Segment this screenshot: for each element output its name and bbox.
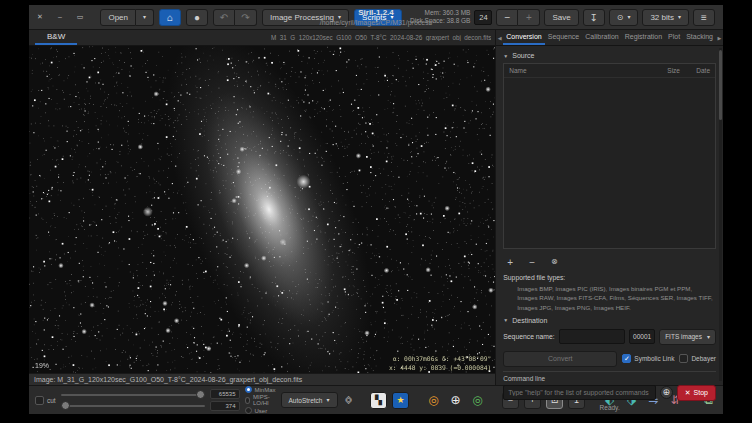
photometry-button[interactable]: ◎ [469,392,486,409]
column-size[interactable]: Size [652,67,680,74]
supported-types-title: Supported file types: [503,274,716,281]
sequence-number-box[interactable]: 00001 [629,329,655,344]
snapshot-button[interactable]: ⊙▾ [609,9,639,26]
scripts-menu[interactable]: Scripts▾ [354,9,401,26]
tab-stacking[interactable]: Stacking [683,30,716,45]
redo-icon: ↷ [241,12,249,23]
tabs-scroll-right-icon[interactable]: ▶ [716,30,723,45]
image-canvas[interactable] [29,46,495,373]
image-status-bar: Image: M_31_G_120x120sec_G100_O50_T-8°C_… [29,373,495,385]
destination-expander[interactable]: ▼ Destination [503,317,716,324]
astrometry-button[interactable]: ⊕ [447,392,464,409]
debayer-checkbox[interactable]: Debayer [679,354,716,363]
convert-button[interactable]: Convert [503,351,617,367]
home-icon: ⌂ [167,12,173,23]
command-line-section: Command line ⊕ ✕ Stop Ready. [503,371,716,411]
radio-minmax[interactable]: MinMax [245,386,276,393]
column-name[interactable]: Name [509,67,652,74]
home-button[interactable]: ⌂ [159,9,181,26]
zoom-percent-label: 19% [35,362,49,369]
checkbox-empty-icon [679,354,688,363]
star-detection-button[interactable]: ★ [392,392,409,409]
chevron-down-icon: ▾ [627,14,630,20]
high-level-value[interactable]: 65535 [210,389,240,399]
sequence-name-label: Sequence name: [503,333,554,340]
open-recent-dropdown[interactable]: ▾ [136,9,154,26]
panel-scrollbar[interactable] [719,48,722,381]
levels-sliders [61,390,205,410]
clear-list-icon[interactable]: ⊗ [551,257,558,268]
undo-button[interactable]: ↶ [213,9,235,26]
chevron-down-icon: ▾ [707,334,710,340]
close-window-icon[interactable]: ✕ [37,13,43,21]
memory-info: Mem: 360.3 MB Disk Space: 38.8 GB [410,9,470,26]
tab-registration[interactable]: Registration [622,30,665,45]
camera-icon: ⊙ [617,13,624,22]
save-button[interactable]: Save [544,9,578,26]
disk-space: Disk Space: 38.8 GB [410,17,470,25]
symbolic-link-checkbox[interactable]: ✓ Symbolic Link [622,354,674,363]
orange-target-icon: ◎ [428,393,438,407]
stop-button[interactable]: ✕ Stop [677,385,716,401]
channel-link-icon[interactable]: ⧉ [339,390,358,409]
ready-status: Ready. [503,404,716,411]
open-button[interactable]: Open [100,9,136,26]
background-extraction-button[interactable]: ◎ [425,392,442,409]
window-controls: ✕ – ▭ [37,13,83,21]
command-input[interactable] [503,385,655,400]
checkbox-empty-icon [35,396,44,405]
level-spinners: 65535 374 [210,389,240,411]
command-line-label: Command line [503,375,716,382]
radio-mips-lohi[interactable]: MIPS-LO/HI [245,394,276,406]
output-format-dropdown[interactable]: FITS images ▾ [659,329,716,345]
celestial-coords: α: 00h37m06s δ: +43°08'09" [389,355,491,364]
globe-grid-icon: ⊕ [450,393,460,407]
low-slider-handle[interactable] [61,401,70,410]
cut-checkbox[interactable]: cut [35,396,56,405]
radio-user[interactable]: User [245,407,276,414]
stop-x-icon: ✕ [685,389,691,397]
redo-button[interactable]: ↷ [235,9,257,26]
minimize-window-icon[interactable]: – [58,13,62,21]
tab-conversion[interactable]: Conversion [503,30,544,45]
high-slider-handle[interactable] [196,390,205,399]
status-filename: Image: M_31_G_120x120sec_G100_O50_T-8°C_… [34,376,302,383]
loaded-filename: M_31_G_120x120sec_G100_O50_T-8°C_2024-08… [271,34,491,41]
online-help-button[interactable]: ⊕ [660,386,673,399]
tab-plot[interactable]: Plot [665,30,683,45]
column-date[interactable]: Date [680,67,710,74]
panel-scrollbar-thumb[interactable] [719,50,722,120]
hamburger-menu-button[interactable]: ≡ [693,9,715,26]
globe-icon: ⊕ [662,387,670,397]
tab-bw-channel[interactable]: B&W [35,30,77,45]
save-as-button[interactable]: ↧ [583,9,605,26]
radio-icon [245,407,252,414]
slider-track [61,405,205,407]
negative-icon: ▚ [375,395,382,405]
channel-tab-bar: B&W M_31_G_120x120sec_G100_O50_T-8°C_202… [29,30,495,46]
remove-files-icon[interactable]: − [529,257,535,268]
chevron-down-icon: ▾ [326,397,329,403]
tabs-scroll-left-icon[interactable]: ◀ [496,30,503,45]
sequence-name-input[interactable] [559,329,625,344]
zoom-decrease-button[interactable]: − [496,9,518,26]
zoom-value-box[interactable]: 24 [474,10,492,25]
maximize-window-icon[interactable]: ▭ [77,13,84,21]
low-level-value[interactable]: 374 [210,401,240,411]
livestack-button[interactable]: ● [186,9,208,26]
add-files-icon[interactable]: + [507,257,513,268]
source-file-list[interactable]: Name Size Date [503,63,716,249]
tab-sequence[interactable]: Sequence [545,30,583,45]
image-processing-menu[interactable]: Image Processing▾ [262,9,349,26]
tab-calibration[interactable]: Calibration [582,30,621,45]
display-mode-dropdown[interactable]: AutoStretch ▾ [281,392,338,408]
bit-depth-dropdown[interactable]: 32 bits▾ [642,9,689,26]
zoom-increase-button[interactable]: + [518,9,540,26]
undo-icon: ↶ [220,12,228,23]
cursor-coordinates: α: 00h37m06s δ: +43°08'09" x: 4448 y: 08… [389,355,491,372]
negative-view-button[interactable]: ▚ [370,392,387,409]
high-level-slider[interactable] [61,390,205,399]
source-expander[interactable]: ▼ Source [503,52,716,59]
image-display-area[interactable]: 19% α: 00h37m06s δ: +43°08'09" x: 4448 y… [29,46,495,373]
low-level-slider[interactable] [61,401,205,410]
